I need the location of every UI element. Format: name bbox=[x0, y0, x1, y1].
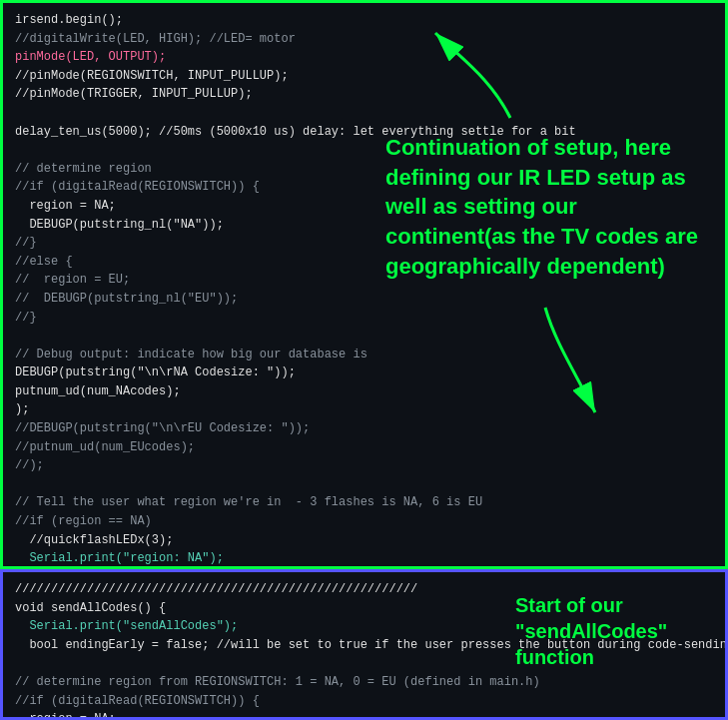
top-code-block: irsend.begin(); //digitalWrite(LED, HIGH… bbox=[3, 3, 725, 569]
bottom-code-panel: ////////////////////////////////////////… bbox=[0, 569, 728, 720]
bottom-annotation-line2: "sendAllCodes" bbox=[515, 618, 715, 644]
top-code-panel: irsend.begin(); //digitalWrite(LED, HIGH… bbox=[0, 0, 728, 569]
top-annotation: Continuation of setup, here defining our… bbox=[385, 133, 705, 281]
annotation-text: Continuation of setup, here defining our… bbox=[385, 135, 698, 279]
bottom-annotation-line3: function bbox=[515, 644, 715, 670]
arrow-up-icon bbox=[430, 28, 550, 128]
bottom-annotation: Start of our "sendAllCodes" function bbox=[515, 592, 715, 670]
arrow-down-icon bbox=[515, 303, 615, 422]
bottom-annotation-line1: Start of our bbox=[515, 592, 715, 618]
